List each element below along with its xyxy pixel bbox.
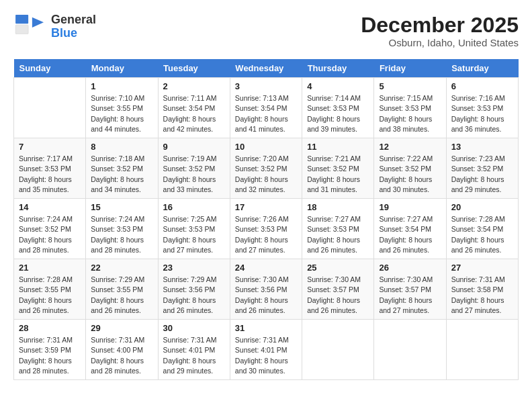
day-info: Sunrise: 7:31 AMSunset: 3:59 PMDaylight:… <box>19 335 81 376</box>
day-number: 10 <box>235 142 297 152</box>
calendar-cell: 29Sunrise: 7:31 AMSunset: 4:00 PMDayligh… <box>86 320 158 380</box>
day-info: Sunrise: 7:29 AMSunset: 3:56 PMDaylight:… <box>163 275 225 316</box>
day-number: 9 <box>163 142 225 152</box>
calendar-header-saturday: Saturday <box>446 59 518 78</box>
day-info: Sunrise: 7:19 AMSunset: 3:52 PMDaylight:… <box>163 154 225 195</box>
day-number: 6 <box>451 81 513 91</box>
day-info: Sunrise: 7:22 AMSunset: 3:52 PMDaylight:… <box>379 154 441 195</box>
day-info: Sunrise: 7:31 AMSunset: 4:00 PMDaylight:… <box>91 335 152 376</box>
calendar-cell: 10Sunrise: 7:20 AMSunset: 3:52 PMDayligh… <box>230 138 302 199</box>
calendar-cell: 27Sunrise: 7:31 AMSunset: 3:58 PMDayligh… <box>446 259 518 320</box>
logo-name: General Blue <box>51 13 96 40</box>
calendar-table: SundayMondayTuesdayWednesdayThursdayFrid… <box>13 59 519 380</box>
calendar-cell: 3Sunrise: 7:13 AMSunset: 3:54 PMDaylight… <box>230 78 302 138</box>
day-number: 30 <box>163 323 225 333</box>
calendar-cell: 1Sunrise: 7:10 AMSunset: 3:55 PMDaylight… <box>86 78 158 138</box>
day-info: Sunrise: 7:15 AMSunset: 3:53 PMDaylight:… <box>379 93 441 134</box>
location-text: Osburn, Idaho, United States <box>361 37 519 48</box>
day-number: 31 <box>235 323 297 333</box>
day-number: 25 <box>307 263 369 273</box>
calendar-cell: 9Sunrise: 7:19 AMSunset: 3:52 PMDaylight… <box>158 138 230 199</box>
svg-rect-0 <box>15 15 28 24</box>
day-info: Sunrise: 7:27 AMSunset: 3:54 PMDaylight:… <box>379 214 441 255</box>
calendar-week-1: 7Sunrise: 7:17 AMSunset: 3:53 PMDaylight… <box>14 138 519 199</box>
calendar-week-2: 14Sunrise: 7:24 AMSunset: 3:52 PMDayligh… <box>14 199 519 259</box>
day-number: 21 <box>19 263 81 273</box>
calendar-header-wednesday: Wednesday <box>230 59 302 78</box>
title-area: December 2025 Osburn, Idaho, United Stat… <box>361 13 519 48</box>
calendar-week-3: 21Sunrise: 7:28 AMSunset: 3:55 PMDayligh… <box>14 259 519 320</box>
day-number: 18 <box>307 202 369 212</box>
day-info: Sunrise: 7:21 AMSunset: 3:52 PMDaylight:… <box>307 154 369 195</box>
calendar-cell: 11Sunrise: 7:21 AMSunset: 3:52 PMDayligh… <box>302 138 374 199</box>
day-number: 24 <box>235 263 297 273</box>
header: General Blue December 2025 Osburn, Idaho… <box>13 13 519 48</box>
day-info: Sunrise: 7:20 AMSunset: 3:52 PMDaylight:… <box>235 154 297 195</box>
day-number: 11 <box>307 142 369 152</box>
calendar-cell: 13Sunrise: 7:23 AMSunset: 3:52 PMDayligh… <box>446 138 518 199</box>
calendar-cell: 15Sunrise: 7:24 AMSunset: 3:53 PMDayligh… <box>86 199 158 259</box>
day-info: Sunrise: 7:24 AMSunset: 3:53 PMDaylight:… <box>91 214 152 255</box>
day-number: 22 <box>91 263 152 273</box>
calendar-header-sunday: Sunday <box>14 59 86 78</box>
calendar-cell: 14Sunrise: 7:24 AMSunset: 3:52 PMDayligh… <box>14 199 86 259</box>
logo-icon <box>13 13 47 40</box>
day-info: Sunrise: 7:13 AMSunset: 3:54 PMDaylight:… <box>235 93 297 134</box>
day-info: Sunrise: 7:29 AMSunset: 3:55 PMDaylight:… <box>91 275 152 316</box>
logo-general-text: General <box>51 13 96 27</box>
calendar-cell: 18Sunrise: 7:27 AMSunset: 3:53 PMDayligh… <box>302 199 374 259</box>
day-number: 2 <box>163 81 225 91</box>
day-info: Sunrise: 7:11 AMSunset: 3:54 PMDaylight:… <box>163 93 225 134</box>
day-number: 27 <box>451 263 513 273</box>
calendar-cell: 26Sunrise: 7:30 AMSunset: 3:57 PMDayligh… <box>374 259 446 320</box>
month-title: December 2025 <box>361 13 519 37</box>
day-info: Sunrise: 7:23 AMSunset: 3:52 PMDaylight:… <box>451 154 513 195</box>
day-number: 23 <box>163 263 225 273</box>
day-info: Sunrise: 7:14 AMSunset: 3:53 PMDaylight:… <box>307 93 369 134</box>
calendar-cell <box>374 320 446 380</box>
day-info: Sunrise: 7:16 AMSunset: 3:53 PMDaylight:… <box>451 93 513 134</box>
day-number: 7 <box>19 142 81 152</box>
calendar-cell: 16Sunrise: 7:25 AMSunset: 3:53 PMDayligh… <box>158 199 230 259</box>
svg-marker-2 <box>32 17 44 28</box>
day-info: Sunrise: 7:31 AMSunset: 4:01 PMDaylight:… <box>235 335 297 376</box>
day-info: Sunrise: 7:25 AMSunset: 3:53 PMDaylight:… <box>163 214 225 255</box>
day-number: 12 <box>379 142 441 152</box>
calendar-cell <box>14 78 86 138</box>
calendar-cell: 4Sunrise: 7:14 AMSunset: 3:53 PMDaylight… <box>302 78 374 138</box>
calendar-cell: 6Sunrise: 7:16 AMSunset: 3:53 PMDaylight… <box>446 78 518 138</box>
day-info: Sunrise: 7:30 AMSunset: 3:57 PMDaylight:… <box>379 275 441 316</box>
day-info: Sunrise: 7:28 AMSunset: 3:54 PMDaylight:… <box>451 214 513 255</box>
day-info: Sunrise: 7:27 AMSunset: 3:53 PMDaylight:… <box>307 214 369 255</box>
day-info: Sunrise: 7:18 AMSunset: 3:52 PMDaylight:… <box>91 154 152 195</box>
day-number: 17 <box>235 202 297 212</box>
calendar-cell: 25Sunrise: 7:30 AMSunset: 3:57 PMDayligh… <box>302 259 374 320</box>
day-number: 19 <box>379 202 441 212</box>
day-number: 15 <box>91 202 152 212</box>
calendar-cell: 28Sunrise: 7:31 AMSunset: 3:59 PMDayligh… <box>14 320 86 380</box>
day-number: 26 <box>379 263 441 273</box>
logo: General Blue <box>13 13 96 40</box>
day-number: 29 <box>91 323 152 333</box>
calendar-week-0: 1Sunrise: 7:10 AMSunset: 3:55 PMDaylight… <box>14 78 519 138</box>
calendar-week-4: 28Sunrise: 7:31 AMSunset: 3:59 PMDayligh… <box>14 320 519 380</box>
calendar-cell <box>302 320 374 380</box>
calendar-cell: 20Sunrise: 7:28 AMSunset: 3:54 PMDayligh… <box>446 199 518 259</box>
calendar-cell: 12Sunrise: 7:22 AMSunset: 3:52 PMDayligh… <box>374 138 446 199</box>
calendar-cell: 30Sunrise: 7:31 AMSunset: 4:01 PMDayligh… <box>158 320 230 380</box>
day-info: Sunrise: 7:24 AMSunset: 3:52 PMDaylight:… <box>19 214 81 255</box>
day-info: Sunrise: 7:30 AMSunset: 3:56 PMDaylight:… <box>235 275 297 316</box>
day-info: Sunrise: 7:31 AMSunset: 3:58 PMDaylight:… <box>451 275 513 316</box>
day-number: 8 <box>91 142 152 152</box>
calendar-cell: 19Sunrise: 7:27 AMSunset: 3:54 PMDayligh… <box>374 199 446 259</box>
calendar-cell: 7Sunrise: 7:17 AMSunset: 3:53 PMDaylight… <box>14 138 86 199</box>
calendar-header-monday: Monday <box>86 59 158 78</box>
logo-blue-text: Blue <box>51 27 96 40</box>
calendar-cell <box>446 320 518 380</box>
day-info: Sunrise: 7:10 AMSunset: 3:55 PMDaylight:… <box>91 93 152 134</box>
day-info: Sunrise: 7:17 AMSunset: 3:53 PMDaylight:… <box>19 154 81 195</box>
day-number: 1 <box>91 81 152 91</box>
calendar-cell: 24Sunrise: 7:30 AMSunset: 3:56 PMDayligh… <box>230 259 302 320</box>
day-number: 5 <box>379 81 441 91</box>
calendar-cell: 21Sunrise: 7:28 AMSunset: 3:55 PMDayligh… <box>14 259 86 320</box>
